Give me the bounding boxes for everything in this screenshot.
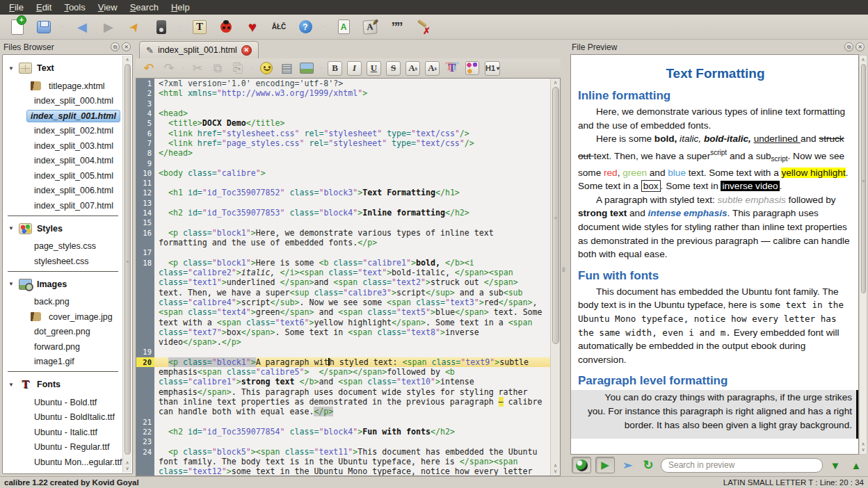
letter-tile-icon[interactable]: T [191, 18, 209, 36]
file-item-index-split-001-html[interactable]: index_split_001.html [3, 108, 122, 124]
editor-scrollbar-thumb[interactable]: ≡ [552, 87, 559, 344]
file-item-index-split-007-html[interactable]: index_split_007.html [3, 198, 122, 213]
scroll-up2-icon[interactable]: ∧ [123, 460, 131, 466]
editor-scroll-down-icon[interactable]: ∨ [551, 469, 560, 474]
style-brush-icon[interactable] [465, 60, 480, 76]
file-item-index-split-006-html[interactable]: index_split_006.html [3, 184, 122, 199]
menu-help[interactable]: Help [165, 1, 196, 13]
check-book-bug-icon[interactable] [217, 18, 235, 36]
scroll-down-icon[interactable]: ∨ [123, 466, 131, 471]
preview-scroll-down-icon[interactable]: ∨ [860, 447, 867, 453]
donate-heart-icon[interactable]: ♥ [243, 18, 262, 36]
remove-unused-broom-icon[interactable] [414, 18, 432, 36]
tab-index-split-001[interactable]: ✎ index_split_001.html ✕ [139, 41, 259, 58]
pin-icon[interactable]: ➤ [126, 18, 144, 36]
preview-scrollbar-thumb[interactable]: ≡ [861, 64, 866, 293]
search-in-preview-input[interactable] [661, 458, 823, 473]
file-item-ubuntu-regular-ttf[interactable]: Ubuntu - Regular.ttf [3, 440, 122, 455]
menu-edit[interactable]: Edit [30, 1, 58, 13]
preview-close-dock-icon[interactable]: ✕ [855, 42, 865, 51]
help-icon[interactable]: ? [296, 18, 314, 36]
file-item-index-split-000-html[interactable]: index_split_000.html [3, 94, 122, 109]
files-scrollbar-thumb[interactable]: ≡ [124, 64, 131, 455]
cut-icon[interactable]: ✂ [190, 60, 205, 76]
sync-position-button[interactable]: ➢ [619, 457, 636, 473]
float-dock-icon[interactable]: ⧉ [111, 42, 120, 51]
preview-scroll-up-icon[interactable]: ∧ [860, 57, 867, 63]
find-previous-button[interactable]: ▲ [848, 457, 865, 473]
editor-scroll-up-icon[interactable]: ∧ [551, 80, 560, 86]
file-item-forward-png[interactable]: forward.png [3, 339, 122, 355]
run-preview-button[interactable]: ▶ [595, 457, 615, 473]
copy-icon[interactable]: ⧉ [210, 60, 225, 76]
collapse-arrow-icon[interactable]: ▼ [8, 382, 14, 388]
preview-scroll-up2-icon[interactable]: ∧ [860, 441, 867, 447]
paste-icon[interactable]: ⎘ [230, 60, 246, 76]
code-line: class="calibre1">strong text </b>and <sp… [136, 377, 560, 387]
files-scrollbar[interactable]: ∧ ≡ ∧ ∨ [122, 56, 131, 473]
file-item-index-split-004-html[interactable]: index_split_004.html [3, 154, 122, 169]
auto-reload-button[interactable] [572, 457, 591, 473]
preview-float-dock-icon[interactable]: ⧉ [844, 42, 853, 51]
find-next-button[interactable]: ▼ [827, 457, 844, 473]
file-item-back-png[interactable]: back.png [3, 295, 122, 310]
heading-level-dropdown[interactable]: H1▾ [485, 60, 500, 76]
file-item-ubuntu-bolditalic-ttf[interactable]: Ubuntu - BoldItalic.ttf [3, 410, 122, 425]
collapse-arrow-icon[interactable]: ▼ [8, 65, 14, 72]
strikethrough-button[interactable]: S [386, 61, 401, 76]
file-item-image1-gif[interactable]: image1.gif [3, 355, 122, 370]
file-item-ubuntu-italic-ttf[interactable]: Ubuntu - Italic.ttf [3, 425, 122, 440]
collapse-arrow-icon[interactable]: ▼ [8, 225, 14, 231]
file-item-index-split-005-html[interactable]: index_split_005.html [3, 168, 122, 184]
file-item-dot-green-png[interactable]: dot_green.png [3, 325, 122, 340]
tab-close-icon[interactable]: ✕ [241, 45, 252, 56]
preview-content[interactable]: Text FormattingInline formattingHere, we… [570, 54, 859, 455]
collapse-arrow-icon[interactable]: ▼ [8, 281, 14, 287]
save-icon[interactable] [35, 18, 53, 36]
editor-scrollbar[interactable]: ∧ ≡ ∧ ∨ [550, 79, 560, 475]
superscript-button[interactable]: A [425, 61, 440, 76]
preview-scrollbar[interactable]: ∧ ≡ ∧ ∨ [859, 55, 867, 455]
file-item-index-split-003-html[interactable]: index_split_003.html [3, 138, 122, 154]
back-icon[interactable]: ◀ [73, 18, 91, 36]
file-item-page-styles-css[interactable]: page_styles.css [3, 239, 122, 254]
menu-view[interactable]: View [92, 1, 124, 13]
forward-icon[interactable]: ▶ [99, 18, 118, 36]
undo-icon[interactable]: ↶ [141, 60, 156, 76]
scroll-up-icon[interactable]: ∧ [123, 57, 131, 63]
font-color-icon[interactable]: T [444, 60, 460, 76]
menu-search[interactable]: Search [124, 1, 165, 13]
section-fonts[interactable]: ▼TFonts [3, 374, 122, 395]
redo-icon[interactable]: ↷ [161, 60, 177, 76]
file-item-titlepage-xhtml[interactable]: titlepage.xhtml [3, 79, 122, 94]
new-file-icon[interactable] [8, 18, 26, 36]
file-item-stylesheet-css[interactable]: stylesheet.css [3, 254, 122, 269]
file-item-cover-image-jpg[interactable]: cover_image.jpg [3, 309, 122, 325]
format-lines-icon[interactable]: ▤ [279, 60, 294, 76]
section-styles[interactable]: ▼Styles [3, 218, 122, 239]
splitter-grip[interactable]: ≡≡ [561, 268, 567, 272]
close-dock-icon[interactable]: ✕ [122, 42, 131, 51]
subscript-button[interactable]: A [405, 61, 420, 76]
insert-image-icon[interactable] [299, 60, 314, 76]
file-item-ubuntu-bold-ttf[interactable]: Ubuntu - Bold.ttf [3, 395, 122, 410]
code-editor[interactable]: 1<?xml version='1.0' encoding='utf-8'?>2… [136, 78, 561, 476]
insert-special-character-icon[interactable] [259, 60, 274, 76]
device-icon[interactable] [152, 18, 170, 36]
file-item-index-split-002-html[interactable]: index_split_002.html [3, 124, 122, 139]
smart-quotes-icon[interactable]: ”” [387, 18, 405, 36]
insert-anchor-icon[interactable]: A [361, 18, 379, 36]
arrange-files-icon[interactable]: A [335, 18, 353, 36]
files-tree[interactable]: ▼Texttitlepage.xhtmlindex_split_000.html… [3, 58, 122, 473]
section-text[interactable]: ▼Text [3, 58, 122, 79]
file-item-ubuntu-mon-egular-ttf[interactable]: Ubuntu Mon...egular.ttf [3, 455, 122, 470]
editor-scroll-up2-icon[interactable]: ∧ [551, 463, 560, 469]
section-images[interactable]: ▼Images [3, 274, 122, 295]
underline-button[interactable]: U [367, 61, 381, 76]
menu-tools[interactable]: Tools [58, 1, 91, 13]
bold-button[interactable]: B [328, 61, 342, 76]
menu-file[interactable]: File [3, 1, 30, 13]
italic-button[interactable]: I [347, 61, 362, 76]
refresh-preview-button[interactable]: ↻ [640, 457, 657, 473]
special-characters-icon[interactable]: ÅŁČ [270, 18, 288, 36]
